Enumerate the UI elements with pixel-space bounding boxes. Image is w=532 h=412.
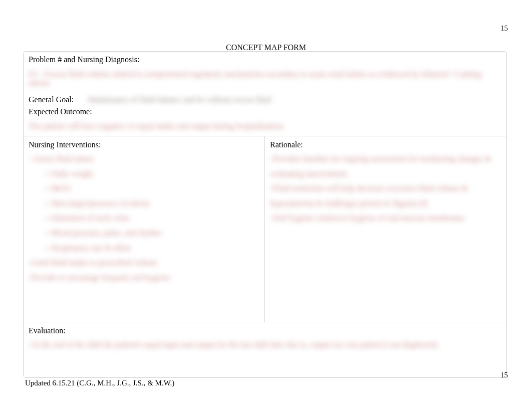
footer-updated: Updated 6.15.21 (C.G., M.H., J.G., J.S.,… — [25, 379, 174, 387]
problem-value: #3 – Excess fluid volume related to comp… — [29, 70, 501, 88]
evaluation-value: -At the end of the shift the patient's e… — [29, 337, 501, 352]
rationale-label: Rationale: — [270, 140, 501, 149]
problem-label: Problem # and Nursing Diagnosis: — [29, 55, 139, 64]
intervention-subitem: ○ Distention of neck veins — [29, 211, 259, 226]
evaluation-label: Evaluation: — [29, 326, 501, 335]
rationale-item: -Fluid restriction will help decrease ex… — [270, 181, 501, 211]
intervention-item: -Limit fluid intake to prescribed volume — [29, 255, 259, 270]
goal-value: Maintenance of fluid balance and be with… — [88, 95, 271, 104]
evaluation-section: Evaluation: -At the end of the shift the… — [24, 322, 506, 377]
goal-label: General Goal: — [29, 95, 74, 104]
header-section: Problem # and Nursing Diagnosis: #3 – Ex… — [24, 52, 506, 136]
intervention-subitem: ○ Daily weight — [29, 166, 259, 181]
page-number-bottom: 15 — [500, 371, 508, 379]
rationale-column: Rationale: -Provides baseline for ongoin… — [265, 136, 506, 322]
interventions-label: Nursing Interventions: — [29, 140, 259, 149]
middle-section: Nursing Interventions: - Assess fluid st… — [24, 136, 506, 322]
rationale-item: -Oral hygiene reinforces hygiene of oral… — [270, 211, 501, 226]
intervention-subitem: ○ I&O's — [29, 181, 259, 196]
intervention-subitem: ○ Respiratory rate & effort — [29, 241, 259, 256]
expected-outcome-label: Expected Outcome: — [29, 107, 92, 116]
intervention-item: - Assess fluid status: — [29, 151, 259, 166]
interventions-column: Nursing Interventions: - Assess fluid st… — [24, 136, 265, 322]
rationale-item: -Provides baseline for ongoing assessmen… — [270, 151, 501, 181]
page-number-top: 15 — [500, 24, 508, 33]
intervention-subitem: ○ Blood pressure, pulse, and rhythm — [29, 226, 259, 241]
concept-map-form: Problem # and Nursing Diagnosis: #3 – Ex… — [23, 51, 507, 378]
expected-outcome-value: The patient will have negative or equal … — [29, 122, 501, 131]
intervention-subitem: ○ Skin turgor/presence of edema — [29, 196, 259, 211]
intervention-item: -Provide or encourage frequent oral hygi… — [29, 270, 259, 285]
